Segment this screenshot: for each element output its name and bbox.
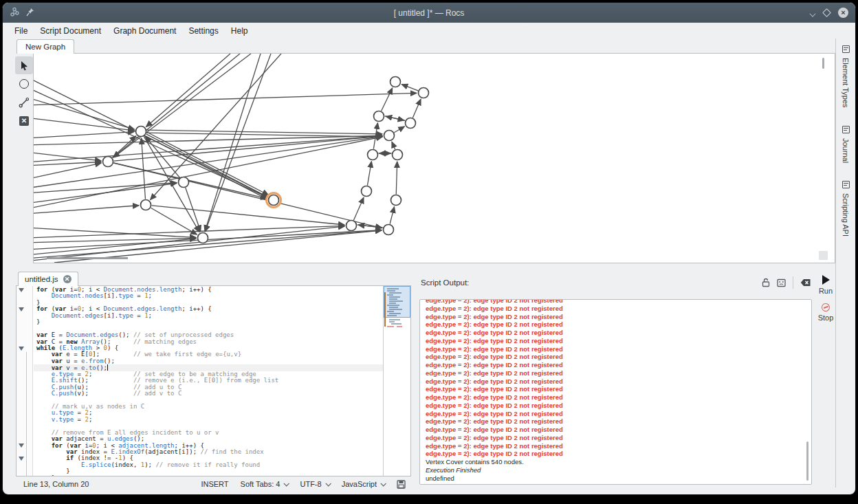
console-output-icon[interactable] xyxy=(777,278,786,287)
code-area[interactable]: for (var i=0; i < Document.nodes.length;… xyxy=(34,287,383,476)
graph-node[interactable] xyxy=(103,157,113,167)
maximize-button[interactable] xyxy=(822,8,831,17)
minimize-button[interactable] xyxy=(810,10,815,16)
graph-edge[interactable] xyxy=(34,163,101,179)
code-fold-marker[interactable] xyxy=(19,307,24,311)
graph-node[interactable] xyxy=(390,77,401,87)
graph-edge[interactable] xyxy=(113,136,382,161)
graph-edge[interactable] xyxy=(394,127,404,133)
code-editor[interactable]: for (var i=0; i < Document.nodes.length;… xyxy=(16,285,411,476)
lock-output-icon[interactable] xyxy=(762,278,770,287)
menu-item-help[interactable]: Help xyxy=(225,24,254,38)
code-fold-marker[interactable] xyxy=(19,443,24,448)
code-line[interactable]: var u = e.from(); xyxy=(34,358,383,364)
titlebar[interactable]: [ untitled ]* — Rocs × xyxy=(3,3,855,23)
editor-minimap[interactable] xyxy=(383,286,410,476)
graph-edge[interactable] xyxy=(386,116,405,120)
code-line[interactable]: v.type = 2; xyxy=(34,417,383,423)
save-icon[interactable] xyxy=(397,480,406,489)
encoding-selector[interactable]: UTF-8 xyxy=(300,480,329,488)
create-edge-tool-button[interactable] xyxy=(15,94,33,111)
graph-edge[interactable] xyxy=(34,132,134,138)
graph-edge[interactable] xyxy=(34,137,382,209)
graph-node[interactable] xyxy=(384,225,394,235)
script-output-console[interactable]: edge.type = 2): edge type ID 2 not regis… xyxy=(419,299,812,485)
code-line[interactable]: } xyxy=(34,468,383,474)
tab-close-icon[interactable]: ✕ xyxy=(63,275,72,283)
graph-edge[interactable] xyxy=(34,206,139,214)
graph-node[interactable] xyxy=(179,177,189,188)
canvas-horizontal-scrollbar[interactable] xyxy=(47,257,128,259)
graph-edge[interactable] xyxy=(142,138,146,199)
code-line[interactable]: Document.nodes[i].type = 1; xyxy=(34,293,383,299)
output-scrollbar[interactable] xyxy=(806,441,808,481)
graph-edge[interactable] xyxy=(34,93,417,105)
code-fold-marker[interactable] xyxy=(19,347,24,351)
graph-edge[interactable] xyxy=(402,85,418,91)
dock-tab-scripting-api[interactable]: Scripting API xyxy=(836,181,855,237)
graph-edge[interactable] xyxy=(34,118,134,131)
code-line[interactable]: Document.edges[i].type = 1; xyxy=(34,313,383,319)
graph-node[interactable] xyxy=(136,127,146,137)
output-error-line: edge.type = 2): edge type ID 2 not regis… xyxy=(426,442,811,450)
graph-edge[interactable] xyxy=(382,88,393,111)
graph-edge[interactable] xyxy=(113,54,240,157)
script-document-tab[interactable]: untitled.js ✕ xyxy=(18,272,78,286)
dock-tab-journal[interactable]: Journal xyxy=(836,126,855,163)
graph-edge[interactable] xyxy=(205,54,261,231)
delete-tool-button[interactable]: ✕ xyxy=(15,112,33,130)
close-button[interactable]: × xyxy=(838,8,848,18)
graph-edge[interactable] xyxy=(146,54,230,127)
graph-edge[interactable] xyxy=(396,162,397,195)
graph-canvas[interactable] xyxy=(33,53,835,263)
code-fold-marker[interactable] xyxy=(19,457,24,461)
canvas-vertical-scrollbar[interactable] xyxy=(822,58,824,69)
graph-edge[interactable] xyxy=(367,162,371,186)
code-line[interactable]: C.push(v); // add v to C xyxy=(34,391,383,397)
graph-node[interactable] xyxy=(406,118,416,129)
graph-edge[interactable] xyxy=(392,142,395,149)
language-selector[interactable]: JavaScript xyxy=(342,480,385,488)
graph-node[interactable] xyxy=(346,221,357,231)
graph-node[interactable] xyxy=(391,195,402,206)
editor-statusbar: Line 13, Column 20 INSERT Soft Tabs: 4 U… xyxy=(16,476,411,492)
graph-node[interactable] xyxy=(141,200,151,210)
graph-node[interactable] xyxy=(368,150,378,160)
graph-node[interactable] xyxy=(419,88,429,98)
graph-node[interactable] xyxy=(362,186,372,197)
graph-node[interactable] xyxy=(393,150,403,160)
output-error-line: edge.type = 2): edge type ID 2 not regis… xyxy=(426,305,811,313)
code-line[interactable]: } xyxy=(34,319,383,325)
graph-edge[interactable] xyxy=(412,99,421,118)
clear-output-icon[interactable] xyxy=(800,278,811,287)
graph-node[interactable] xyxy=(384,131,395,141)
graph-edge[interactable] xyxy=(390,207,394,224)
menu-item-settings[interactable]: Settings xyxy=(182,24,224,38)
code-line[interactable]: E.splice(index, 1); // remove it if real… xyxy=(34,462,383,468)
output-error-line: edge.type = 2): edge type ID 2 not regis… xyxy=(426,385,811,393)
menu-item-file[interactable]: File xyxy=(8,24,34,38)
dock-tab-element-types[interactable]: Element Types xyxy=(836,45,855,108)
input-mode[interactable]: INSERT xyxy=(201,480,228,488)
create-node-tool-button[interactable] xyxy=(15,75,33,93)
graph-edge[interactable] xyxy=(353,197,364,220)
graph-edge[interactable] xyxy=(34,238,196,243)
code-fold-marker[interactable] xyxy=(19,288,24,292)
minimap-modified-marker xyxy=(384,292,386,327)
graph-document-tab[interactable]: New Graph xyxy=(16,39,74,54)
graph-edge[interactable] xyxy=(151,54,281,200)
select-tool-button[interactable] xyxy=(15,56,33,74)
output-error-line: edge.type = 2): edge type ID 2 not regis… xyxy=(426,369,811,377)
menu-item-script-document[interactable]: Script Document xyxy=(34,24,107,38)
graph-edge[interactable] xyxy=(151,206,344,225)
code-line[interactable]: } xyxy=(34,475,383,476)
menu-item-graph-document[interactable]: Graph Document xyxy=(107,24,182,38)
graph-node[interactable] xyxy=(374,111,384,122)
graph-node[interactable] xyxy=(198,233,208,243)
graph-edge[interactable] xyxy=(34,226,344,238)
tab-width-selector[interactable]: Soft Tabs: 4 xyxy=(241,480,289,488)
graph-edge[interactable] xyxy=(151,208,197,234)
run-button[interactable]: Run xyxy=(819,275,833,295)
stop-button[interactable]: Stop xyxy=(818,295,834,322)
graph-node[interactable] xyxy=(269,195,279,206)
